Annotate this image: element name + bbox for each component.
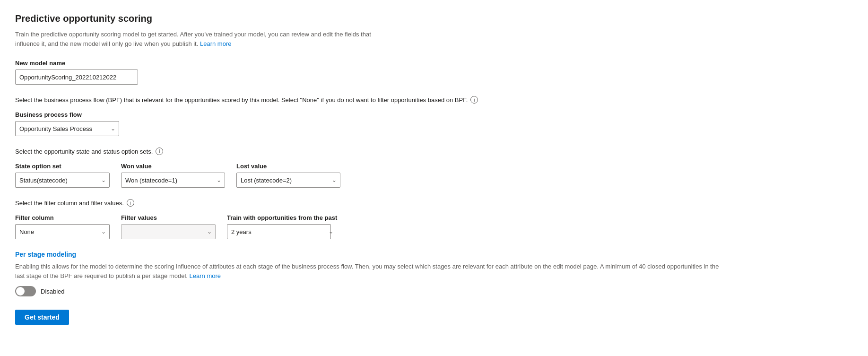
per-stage-toggle[interactable] xyxy=(15,286,36,296)
train-select-wrapper: 1 year 2 years 3 years 4 years 5 years ⌄ xyxy=(227,224,337,239)
bpf-section: Select the business process flow (BPF) t… xyxy=(15,96,853,136)
bpf-description: Select the business process flow (BPF) t… xyxy=(15,96,853,104)
train-field-group: Train with opportunities from the past 1… xyxy=(227,214,337,239)
train-label: Train with opportunities from the past xyxy=(227,214,337,221)
per-stage-toggle-label: Disabled xyxy=(41,288,65,295)
per-stage-title: Per stage modeling xyxy=(15,251,853,258)
lost-select-wrapper: Lost (statecode=2) ⌄ xyxy=(236,173,340,188)
won-select[interactable]: Won (statecode=1) xyxy=(121,173,225,188)
filter-val-select-wrapper: ⌄ xyxy=(121,224,216,239)
get-started-button[interactable]: Get started xyxy=(15,310,69,325)
model-name-input[interactable] xyxy=(15,69,138,85)
filter-col-select-wrapper: None ⌄ xyxy=(15,224,110,239)
state-select[interactable]: Status(statecode) xyxy=(15,173,110,188)
page-description: Train the predictive opportunity scoring… xyxy=(15,30,374,48)
learn-more-link[interactable]: Learn more xyxy=(200,40,231,47)
filter-row: Filter column None ⌄ Filter values ⌄ Tra… xyxy=(15,214,853,239)
toggle-thumb xyxy=(16,287,25,295)
state-label: State option set xyxy=(15,163,110,170)
option-sets-info-icon[interactable]: i xyxy=(156,148,163,155)
bpf-select[interactable]: Opportunity Sales Process None xyxy=(15,121,119,136)
state-select-wrapper: Status(statecode) ⌄ xyxy=(15,173,110,188)
filter-description: Select the filter column and filter valu… xyxy=(15,199,853,207)
filter-col-label: Filter column xyxy=(15,214,110,221)
bpf-label: Business process flow xyxy=(15,111,853,118)
per-stage-toggle-row: Disabled xyxy=(15,286,853,296)
toggle-track xyxy=(15,286,36,296)
per-stage-description: Enabling this allows for the model to de… xyxy=(15,262,724,280)
per-stage-section: Per stage modeling Enabling this allows … xyxy=(15,251,853,296)
filter-col-select[interactable]: None xyxy=(15,224,110,239)
model-name-label: New model name xyxy=(15,60,853,67)
option-sets-section: Select the opportunity state and status … xyxy=(15,148,853,188)
model-name-section: New model name xyxy=(15,60,853,85)
option-sets-row: State option set Status(statecode) ⌄ Won… xyxy=(15,163,853,188)
filter-val-field-group: Filter values ⌄ xyxy=(121,214,216,239)
filter-section: Select the filter column and filter valu… xyxy=(15,199,853,239)
lost-field-group: Lost value Lost (statecode=2) ⌄ xyxy=(236,163,340,188)
page-title: Predictive opportunity scoring xyxy=(15,13,853,24)
per-stage-learn-more-link[interactable]: Learn more xyxy=(190,272,221,279)
filter-val-label: Filter values xyxy=(121,214,216,221)
option-sets-description: Select the opportunity state and status … xyxy=(15,148,853,155)
bpf-info-icon[interactable]: i xyxy=(470,96,478,104)
train-select[interactable]: 1 year 2 years 3 years 4 years 5 years xyxy=(227,224,331,239)
filter-col-field-group: Filter column None ⌄ xyxy=(15,214,110,239)
filter-val-select xyxy=(121,224,216,239)
won-select-wrapper: Won (statecode=1) ⌄ xyxy=(121,173,225,188)
bpf-select-wrapper: Opportunity Sales Process None ⌄ xyxy=(15,121,119,136)
lost-select[interactable]: Lost (statecode=2) xyxy=(236,173,340,188)
state-field-group: State option set Status(statecode) ⌄ xyxy=(15,163,110,188)
won-field-group: Won value Won (statecode=1) ⌄ xyxy=(121,163,225,188)
filter-info-icon[interactable]: i xyxy=(127,199,134,207)
lost-label: Lost value xyxy=(236,163,340,170)
won-label: Won value xyxy=(121,163,225,170)
